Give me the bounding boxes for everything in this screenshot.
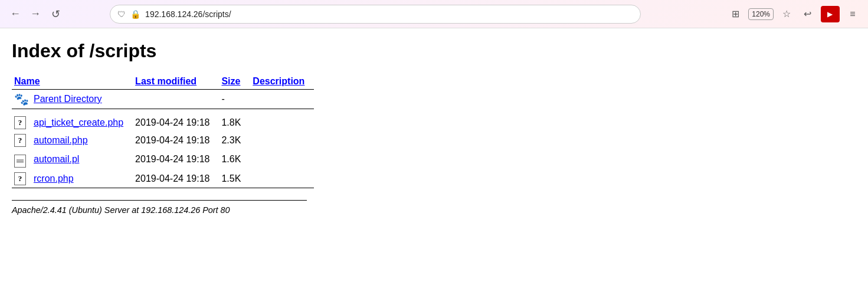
file-name-cell: Parent Directory [31, 90, 133, 109]
separator-cell [12, 109, 314, 114]
file-modified-cell: 2019-04-24 19:18 [133, 170, 219, 188]
th-description: Description [250, 74, 314, 90]
table-row: 🐾Parent Directory- [12, 90, 314, 109]
th-size: Size [219, 74, 250, 90]
file-modified-cell: 2019-04-24 19:18 [133, 149, 219, 170]
file-name-cell: automail.php [31, 132, 133, 149]
forward-button[interactable]: → [27, 6, 44, 22]
file-desc-cell [250, 132, 314, 149]
file-table: Name Last modified Size Description 🐾Par… [12, 74, 314, 193]
shield-icon: 🛡 [117, 9, 126, 19]
file-icon-cell [12, 149, 31, 170]
history-back-button[interactable]: ↩ [800, 6, 816, 22]
file-name-cell: rcron.php [31, 170, 133, 188]
text-file-icon [14, 155, 26, 168]
file-size-cell: 1.8K [219, 114, 250, 132]
bottom-separator-row [12, 188, 314, 193]
bottom-separator-cell [12, 188, 314, 193]
separator-row [12, 109, 314, 114]
file-link[interactable]: automail.pl [34, 154, 79, 164]
th-name: Name [12, 74, 133, 90]
address-input[interactable] [145, 9, 633, 19]
address-bar-container: 🛡 🔒 [110, 5, 641, 24]
table-row: ?automail.php2019-04-24 19:182.3K [12, 132, 314, 149]
file-modified-cell [133, 90, 219, 109]
file-desc-cell [250, 149, 314, 170]
parent-dir-icon: 🐾 [14, 93, 29, 106]
file-desc-cell [250, 170, 314, 188]
file-modified-cell: 2019-04-24 19:18 [133, 114, 219, 132]
unknown-file-icon: ? [14, 172, 26, 185]
page-content: Index of /scripts Name Last modified Siz… [0, 28, 868, 227]
th-size-link[interactable]: Size [221, 76, 240, 86]
th-last-modified-link[interactable]: Last modified [135, 76, 196, 86]
file-link[interactable]: Parent Directory [34, 94, 102, 104]
youtube-button[interactable]: ▶ [821, 6, 840, 22]
file-size-cell: 1.6K [219, 149, 250, 170]
toolbar-right: ⊞ 120% ☆ ↩ ▶ ≡ [727, 6, 861, 22]
back-button[interactable]: ← [7, 6, 24, 22]
file-name-cell: api_ticket_create.php [31, 114, 133, 132]
file-size-cell: - [219, 90, 250, 109]
file-desc-cell [250, 90, 314, 109]
zoom-level: 120% [748, 8, 774, 20]
file-icon-cell: ? [12, 114, 31, 132]
file-name-cell: automail.pl [31, 149, 133, 170]
nav-buttons: ← → ↺ [7, 6, 64, 22]
table-header-row: Name Last modified Size Description [12, 74, 314, 90]
menu-button[interactable]: ≡ [844, 6, 861, 22]
th-description-link[interactable]: Description [253, 76, 304, 86]
file-icon-cell: ? [12, 170, 31, 188]
server-footer: Apache/2.4.41 (Ubuntu) Server at 192.168… [12, 200, 307, 215]
page-title: Index of /scripts [12, 40, 856, 62]
th-name-link[interactable]: Name [14, 76, 40, 86]
file-desc-cell [250, 114, 314, 132]
reload-button[interactable]: ↺ [47, 6, 64, 22]
table-row: ?rcron.php2019-04-24 19:181.5K [12, 170, 314, 188]
file-modified-cell: 2019-04-24 19:18 [133, 132, 219, 149]
unknown-file-icon: ? [14, 134, 26, 147]
file-icon-cell: ? [12, 132, 31, 149]
table-row: ?api_ticket_create.php2019-04-24 19:181.… [12, 114, 314, 132]
lock-icon: 🔒 [130, 9, 140, 19]
file-link[interactable]: api_ticket_create.php [34, 117, 123, 127]
file-size-cell: 2.3K [219, 132, 250, 149]
table-row: automail.pl2019-04-24 19:181.6K [12, 149, 314, 170]
file-link[interactable]: automail.php [34, 135, 88, 145]
bookmark-button[interactable]: ☆ [778, 6, 795, 22]
browser-chrome: ← → ↺ 🛡 🔒 ⊞ 120% ☆ ↩ ▶ ≡ [0, 0, 868, 28]
file-link[interactable]: rcron.php [34, 173, 74, 183]
file-size-cell: 1.5K [219, 170, 250, 188]
qr-button[interactable]: ⊞ [727, 6, 743, 22]
unknown-file-icon: ? [14, 116, 26, 129]
file-icon-cell: 🐾 [12, 90, 31, 109]
th-last-modified: Last modified [133, 74, 219, 90]
